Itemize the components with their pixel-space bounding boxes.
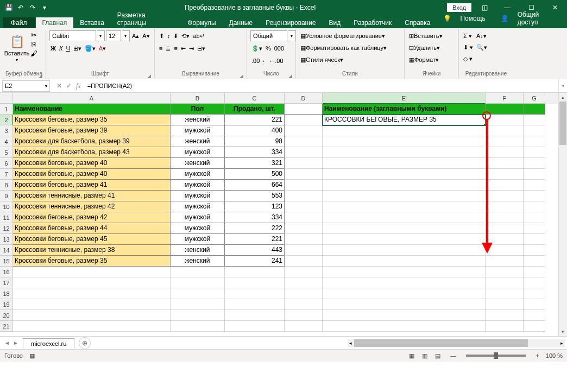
cell[interactable] — [323, 310, 486, 321]
borders-icon[interactable]: ⊞▾ — [72, 43, 83, 54]
cell[interactable]: мужской — [171, 180, 225, 191]
increase-indent-icon[interactable]: ⇥ — [188, 43, 195, 54]
cell[interactable] — [323, 321, 486, 332]
cell[interactable] — [524, 125, 545, 136]
row-header[interactable]: 1 — [0, 104, 13, 115]
chevron-down-icon[interactable]: ▾ — [97, 30, 105, 41]
italic-button[interactable]: К — [58, 43, 64, 54]
cell[interactable] — [524, 212, 545, 223]
cell[interactable]: Наименование — [13, 104, 171, 115]
select-all-button[interactable] — [0, 93, 13, 104]
cell[interactable] — [13, 288, 171, 299]
cell[interactable] — [323, 245, 486, 256]
save-icon[interactable]: 💾 — [3, 2, 14, 13]
underline-button[interactable]: Ч — [65, 43, 71, 54]
cell[interactable] — [13, 267, 171, 277]
fill-handle[interactable] — [483, 123, 486, 125]
cell[interactable] — [524, 104, 545, 115]
cell[interactable] — [323, 169, 486, 180]
fill-icon[interactable]: ⬇ ▾ — [462, 42, 474, 53]
align-center-icon[interactable]: ≣ — [165, 43, 172, 54]
cell[interactable] — [323, 288, 486, 299]
cell[interactable] — [323, 191, 486, 201]
cell[interactable] — [285, 158, 323, 169]
cell[interactable]: 241 — [225, 256, 285, 267]
bold-button[interactable]: Ж — [49, 43, 57, 54]
zoom-in-icon[interactable]: + — [536, 352, 539, 359]
cell[interactable]: женский — [171, 245, 225, 256]
horizontal-scrollbar[interactable]: ◂ ▸ — [348, 339, 565, 347]
expand-formula-icon[interactable]: ▾ — [558, 80, 567, 92]
cell[interactable]: Кроссовки беговые, размер 42 — [13, 212, 171, 223]
cell[interactable]: женский — [171, 256, 225, 267]
increase-font-icon[interactable]: A▴ — [131, 30, 140, 41]
sheet-nav-next-icon[interactable]: ► — [12, 340, 20, 346]
chevron-down-icon[interactable]: ▾ — [288, 30, 296, 41]
cell[interactable] — [13, 277, 171, 288]
cell[interactable]: Кроссовки беговые, размер 41 — [13, 180, 171, 191]
cell[interactable] — [225, 321, 285, 332]
cell[interactable]: 222 — [225, 223, 285, 234]
insert-cells-button[interactable]: ⊞ Вставить ▾ — [408, 30, 444, 41]
find-select-icon[interactable]: 🔍▾ — [475, 42, 488, 53]
column-header[interactable]: D — [285, 93, 323, 104]
column-header[interactable]: C — [225, 93, 285, 104]
cell[interactable]: Кроссовки беговые, размер 35 — [13, 256, 171, 267]
cell[interactable] — [486, 310, 524, 321]
row-header[interactable]: 14 — [0, 245, 13, 256]
paste-button[interactable]: 📋 Вставить▾ — [5, 30, 28, 66]
cell[interactable] — [285, 136, 323, 147]
tab-review[interactable]: Рецензирование — [259, 17, 323, 28]
macro-icon[interactable]: ▦ — [29, 352, 35, 359]
cell[interactable] — [524, 288, 545, 299]
cell[interactable]: мужской — [171, 201, 225, 212]
cell[interactable] — [285, 104, 323, 115]
cell[interactable]: Пол — [171, 104, 225, 115]
cell[interactable] — [323, 267, 486, 277]
delete-cells-button[interactable]: ⊟ Удалить ▾ — [408, 42, 441, 53]
cell[interactable] — [524, 136, 545, 147]
cell[interactable] — [524, 277, 545, 288]
align-right-icon[interactable]: ≡ — [173, 43, 178, 54]
cell[interactable] — [323, 136, 486, 147]
cell[interactable] — [524, 245, 545, 256]
cell[interactable] — [225, 267, 285, 277]
launcher-icon[interactable]: ◢ — [39, 73, 42, 79]
row-header[interactable]: 2 — [0, 115, 13, 125]
launcher-icon[interactable]: ◢ — [288, 73, 292, 79]
cell[interactable] — [225, 299, 285, 310]
scroll-down-icon[interactable]: ▾ — [559, 327, 567, 336]
cell[interactable]: Кроссовки теннисные, размер 42 — [13, 201, 171, 212]
cell[interactable] — [486, 256, 524, 267]
cell[interactable]: КРОССОВКИ БЕГОВЫЕ, РАЗМЕР 35 — [323, 115, 486, 125]
cell[interactable]: мужской — [171, 234, 225, 245]
row-header[interactable]: 6 — [0, 158, 13, 169]
align-bottom-icon[interactable]: ⬇ — [172, 30, 179, 41]
autosum-icon[interactable]: Σ ▾ — [462, 30, 474, 41]
tab-developer[interactable]: Разработчик — [347, 17, 398, 28]
cell[interactable] — [171, 288, 225, 299]
cell[interactable] — [486, 147, 524, 158]
decrease-font-icon[interactable]: A▾ — [141, 30, 150, 41]
cell[interactable]: Кроссовки беговые, размер 44 — [13, 223, 171, 234]
cell[interactable] — [285, 223, 323, 234]
cell[interactable] — [285, 267, 323, 277]
cell[interactable] — [486, 299, 524, 310]
cell[interactable]: 553 — [225, 191, 285, 201]
cell[interactable] — [323, 256, 486, 267]
zoom-level[interactable]: 100 % — [546, 352, 563, 359]
cell[interactable] — [285, 299, 323, 310]
cell[interactable] — [285, 288, 323, 299]
tab-formulas[interactable]: Формулы — [181, 17, 222, 28]
cell[interactable] — [524, 191, 545, 201]
cell[interactable] — [486, 212, 524, 223]
cell[interactable]: Кроссовки беговые, размер 45 — [13, 234, 171, 245]
format-as-table-button[interactable]: ▦ Форматировать как таблицу ▾ — [299, 42, 388, 53]
cell[interactable]: 400 — [225, 125, 285, 136]
undo-icon[interactable]: ↶ — [15, 2, 26, 13]
cell[interactable] — [524, 169, 545, 180]
cell[interactable] — [524, 180, 545, 191]
zoom-out-icon[interactable]: — — [450, 352, 456, 359]
comma-icon[interactable]: 000 — [273, 43, 285, 54]
cell[interactable]: Кроссовки беговые, размер 40 — [13, 158, 171, 169]
